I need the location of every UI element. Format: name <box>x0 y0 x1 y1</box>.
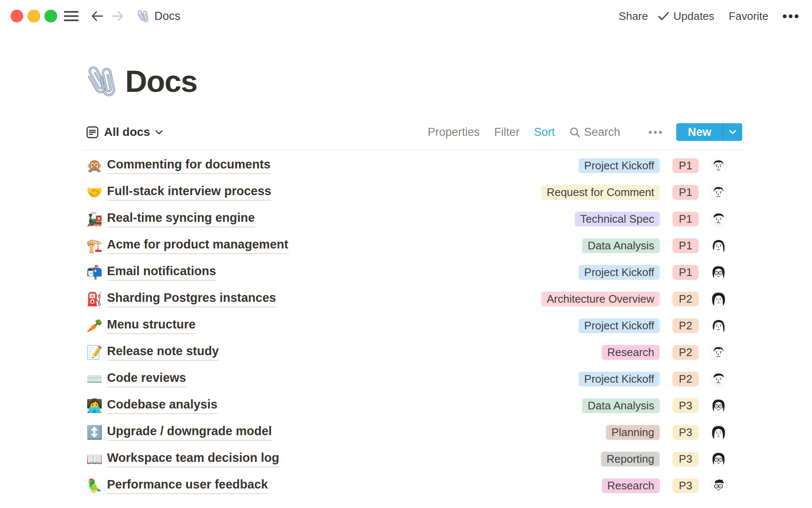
view-selector[interactable]: All docs <box>83 125 163 139</box>
doc-priority-badge[interactable]: P1 <box>672 158 699 173</box>
doc-priority-badge[interactable]: P1 <box>672 265 699 280</box>
assignee-avatar[interactable] <box>710 238 727 254</box>
doc-row[interactable]: ↕️ Upgrade / downgrade model Planning P3 <box>83 419 742 446</box>
doc-category-tag[interactable]: Research <box>602 345 660 360</box>
sidebar-toggle-icon[interactable] <box>64 11 79 21</box>
doc-category-tag[interactable]: Reporting <box>601 452 660 467</box>
doc-priority-badge[interactable]: P3 <box>672 452 699 467</box>
doc-row[interactable]: ⌨️ Code reviews Project Kickoff P2 <box>83 366 742 392</box>
doc-priority-badge[interactable]: P3 <box>672 398 699 413</box>
doc-row[interactable]: 🥕 Menu structure Project Kickoff P2 <box>83 312 742 339</box>
assignee-avatar[interactable] <box>710 425 727 441</box>
updates-button[interactable]: Updates <box>658 10 714 23</box>
woman-technologist-icon: 👩‍💻 <box>86 399 101 412</box>
doc-category-tag[interactable]: Project Kickoff <box>579 158 660 173</box>
doc-row[interactable]: 🤝 Full-stack interview process Request f… <box>83 179 742 206</box>
back-button[interactable] <box>91 9 104 23</box>
assignee-avatar[interactable] <box>710 478 727 494</box>
properties-button[interactable]: Properties <box>428 126 480 139</box>
doc-title-link[interactable]: Sharding Postgres instances <box>107 291 276 307</box>
doc-title-link[interactable]: Real-time syncing engine <box>107 211 255 227</box>
doc-title-link[interactable]: Menu structure <box>107 318 195 334</box>
doc-title-link[interactable]: Performance user feedback <box>107 478 268 494</box>
doc-title-link[interactable]: Acme for product management <box>107 237 288 254</box>
doc-category-tag[interactable]: Data Analysis <box>582 238 660 253</box>
titlebar-actions: Share Updates Favorite <box>619 10 798 23</box>
page-header: Docs <box>83 63 742 100</box>
doc-row[interactable]: 🦜 Performance user feedback Research P3 <box>83 472 742 499</box>
doc-category-tag[interactable]: Request for Comment <box>541 185 660 200</box>
assignee-avatar[interactable] <box>710 318 727 334</box>
page-icon-paperclips[interactable] <box>83 63 117 100</box>
doc-priority-badge[interactable]: P3 <box>672 425 699 440</box>
new-button[interactable]: New <box>676 123 723 141</box>
assignee-avatar[interactable] <box>710 185 727 201</box>
doc-priority-badge[interactable]: P1 <box>672 212 699 226</box>
favorite-button[interactable]: Favorite <box>729 10 768 23</box>
doc-title-link[interactable]: Full-stack interview process <box>107 184 271 201</box>
doc-title-link[interactable]: Code reviews <box>107 371 186 387</box>
forward-button[interactable] <box>111 9 124 23</box>
share-button[interactable]: Share <box>619 10 648 23</box>
open-mailbox-raised-flag-icon: 📬 <box>86 266 101 279</box>
toolbar-more-icon[interactable] <box>649 131 662 134</box>
doc-title-link[interactable]: Upgrade / downgrade model <box>107 424 272 441</box>
doc-title-link[interactable]: Workspace team decision log <box>107 451 279 467</box>
doc-title-link[interactable]: Release note study <box>107 344 219 361</box>
doc-category-tag[interactable]: Research <box>602 478 660 493</box>
assignee-avatar[interactable] <box>710 158 727 174</box>
doc-title-link[interactable]: Commenting for documents <box>107 157 271 174</box>
doc-category-tag[interactable]: Planning <box>606 425 660 440</box>
locomotive-icon: 🚂 <box>86 213 101 226</box>
doc-title-link[interactable]: Email notifications <box>107 264 216 281</box>
doc-priority-badge[interactable]: P2 <box>672 318 699 333</box>
doc-priority-badge[interactable]: P1 <box>672 185 699 200</box>
new-dropdown-button[interactable] <box>723 123 742 141</box>
filter-button[interactable]: Filter <box>494 126 519 139</box>
search-button[interactable]: Search <box>569 126 620 139</box>
new-button-group: New <box>676 123 742 141</box>
doc-priority-badge[interactable]: P2 <box>672 345 699 360</box>
assignee-avatar[interactable] <box>710 211 727 227</box>
doc-category-tag[interactable]: Architecture Overview <box>541 292 660 306</box>
assignee-avatar[interactable] <box>710 398 727 414</box>
doc-priority-badge[interactable]: P2 <box>672 372 699 387</box>
doc-priority-badge[interactable]: P1 <box>672 238 699 253</box>
doc-category-tag[interactable]: Project Kickoff <box>579 265 660 280</box>
sort-button[interactable]: Sort <box>534 126 555 139</box>
doc-row[interactable]: 📝 Release note study Research P2 <box>83 339 742 366</box>
doc-title-link[interactable]: Codebase analysis <box>107 398 217 414</box>
doc-row[interactable]: 👩‍💻 Codebase analysis Data Analysis P3 <box>83 392 742 419</box>
doc-row-properties: Data Analysis P1 <box>582 238 727 254</box>
app-window: Docs Share Updates Favorite Docs <box>0 0 812 499</box>
doc-row[interactable]: 📬 Email notifications Project Kickoff P1 <box>83 259 742 286</box>
parrot-icon: 🦜 <box>86 479 101 492</box>
doc-row[interactable]: 📖 Workspace team decision log Reporting … <box>83 446 742 472</box>
minimize-window-button[interactable] <box>27 10 40 22</box>
close-window-button[interactable] <box>11 10 23 22</box>
assignee-avatar[interactable] <box>710 451 727 467</box>
doc-category-tag[interactable]: Technical Spec <box>575 212 660 226</box>
paperclip-icon <box>135 9 149 23</box>
doc-row-properties: Research P2 <box>602 345 727 361</box>
memo-icon: 📝 <box>86 346 101 359</box>
titlebar-doc-title: Docs <box>154 10 181 23</box>
updates-label: Updates <box>673 10 714 23</box>
doc-category-tag[interactable]: Data Analysis <box>582 398 660 413</box>
chevron-down-icon <box>729 130 736 134</box>
doc-row[interactable]: ⛽ Sharding Postgres instances Architectu… <box>83 286 742 312</box>
search-label: Search <box>584 126 620 139</box>
assignee-avatar[interactable] <box>710 371 727 387</box>
doc-category-tag[interactable]: Project Kickoff <box>579 318 660 333</box>
doc-priority-badge[interactable]: P2 <box>672 292 699 306</box>
zoom-window-button[interactable] <box>44 10 57 22</box>
assignee-avatar[interactable] <box>710 291 727 307</box>
doc-category-tag[interactable]: Project Kickoff <box>579 372 660 387</box>
doc-row[interactable]: 🙊 Commenting for documents Project Kicko… <box>83 152 742 179</box>
doc-row[interactable]: 🚂 Real-time syncing engine Technical Spe… <box>83 206 742 232</box>
doc-row[interactable]: 🏗️ Acme for product management Data Anal… <box>83 232 742 259</box>
window-more-options-icon[interactable] <box>783 14 798 18</box>
assignee-avatar[interactable] <box>710 345 727 361</box>
assignee-avatar[interactable] <box>710 265 727 281</box>
doc-priority-badge[interactable]: P3 <box>672 478 699 493</box>
